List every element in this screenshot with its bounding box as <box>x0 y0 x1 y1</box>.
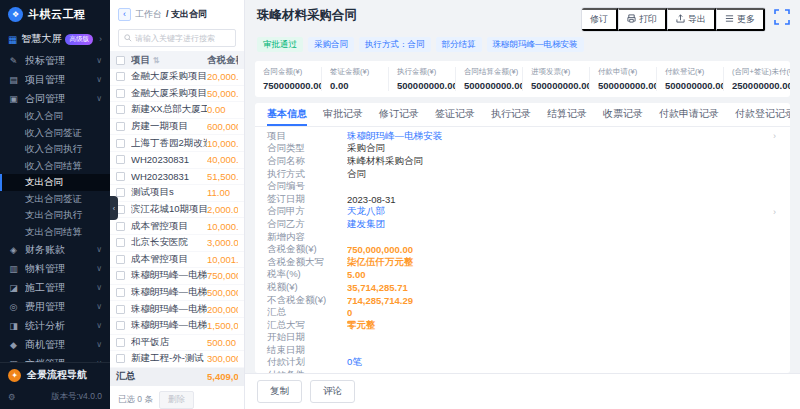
fullscreen-icon[interactable] <box>774 9 790 25</box>
table-row[interactable]: 珠穆朗玛峰—电梯...1,500,000 <box>110 318 244 335</box>
stat-value: 500000000.00 <box>531 80 581 91</box>
footer-button-评论[interactable]: 评论 <box>310 380 355 403</box>
table-row[interactable]: 和平饭店500.00 <box>110 335 244 352</box>
row-amount: 1,500,000 <box>207 320 238 331</box>
field-label: 含税金额(¥) <box>267 243 347 256</box>
sidebar-item-dashboard[interactable]: ▦ 智慧大屏 高级版 › <box>0 27 110 51</box>
footer-button-复制[interactable]: 复制 <box>257 380 302 403</box>
chevron-right-icon[interactable]: › <box>773 131 776 141</box>
row-checkbox[interactable] <box>116 139 125 148</box>
tab-结算记录[interactable]: 结算记录 <box>547 103 587 126</box>
summary-row: 汇总 5,409,079, <box>110 368 244 386</box>
table-row[interactable]: 金融大厦采购项目20,000.00 <box>110 69 244 86</box>
table-row[interactable]: 上海丁香园2期改造...10,000.00 <box>110 135 244 152</box>
action-button-修订[interactable]: 修订 <box>582 8 618 31</box>
sidebar-item[interactable]: ▧文档管理∨ <box>0 354 110 362</box>
row-checkbox[interactable] <box>116 188 125 197</box>
row-checkbox[interactable] <box>116 122 125 131</box>
sidebar-item[interactable]: ◎费用管理∨ <box>0 297 110 316</box>
sidebar-item[interactable]: ◪施工管理∨ <box>0 278 110 297</box>
table-row[interactable]: 房建一期项目600,000.0 <box>110 119 244 136</box>
tab-基本信息[interactable]: 基本信息 <box>267 103 307 126</box>
row-checkbox[interactable] <box>116 72 125 81</box>
sidebar-subitem[interactable]: 收入合同签证 <box>0 125 110 142</box>
table-row[interactable]: 成本管控项目10,000.00 <box>110 218 244 235</box>
back-button[interactable]: ‹ <box>118 8 131 21</box>
row-checkbox[interactable] <box>116 321 125 330</box>
tab-付款登记记录[interactable]: 付款登记记录 <box>735 103 790 126</box>
field-value[interactable]: 0笔 <box>347 356 778 369</box>
stat-label: 执行金额(¥) <box>397 67 447 77</box>
table-row[interactable]: 滨江花城10期项目-...2,000.00 <box>110 202 244 219</box>
breadcrumb-root[interactable]: 工作台 <box>135 8 162 21</box>
sort-icon[interactable]: ⇅ <box>153 56 160 65</box>
sidebar-subitem[interactable]: 支出合同执行 <box>0 207 110 224</box>
settings-gear-icon[interactable]: ⚙ <box>8 392 16 402</box>
row-checkbox[interactable] <box>116 172 125 181</box>
sidebar-item[interactable]: ◨统计分析∨ <box>0 316 110 335</box>
tab-审批记录[interactable]: 审批记录 <box>323 103 363 126</box>
sidebar-item-label: 项目管理 <box>25 73 90 87</box>
search-input[interactable]: 请输入关键字进行搜索 <box>118 29 236 47</box>
field-value[interactable]: 建发集团 <box>347 218 778 231</box>
sidebar-subitem[interactable]: 收入合同 <box>0 108 110 125</box>
action-button-更多[interactable]: 更多 <box>716 8 765 31</box>
tab-签证记录[interactable]: 签证记录 <box>435 103 475 126</box>
column-project[interactable]: 项目 ⇅ <box>131 54 207 67</box>
table-row[interactable]: 成本管控项目10,001.00 <box>110 252 244 269</box>
table-row[interactable]: 珠穆朗玛峰—电梯...200,000,0 <box>110 301 244 318</box>
tab-收票记录[interactable]: 收票记录 <box>603 103 643 126</box>
sidebar-item[interactable]: ◆商机管理∨ <box>0 335 110 354</box>
table-row[interactable]: 珠穆朗玛峰—电梯...500,000,0 <box>110 285 244 302</box>
table-row[interactable]: WH2023083140,000.00 <box>110 152 244 169</box>
row-amount: 600,000.0 <box>207 121 238 132</box>
sidebar-subitem[interactable]: 支出合同 <box>0 174 110 191</box>
field-label: 含税金额大写 <box>267 256 347 269</box>
table-row[interactable]: WH2023083151,500.00 <box>110 169 244 186</box>
tab-付款申请记录[interactable]: 付款申请记录 <box>659 103 719 126</box>
row-checkbox[interactable] <box>116 238 125 247</box>
row-checkbox[interactable] <box>116 105 125 114</box>
delete-button[interactable]: 删除 <box>159 391 194 409</box>
action-button-打印[interactable]: 打印 <box>618 8 667 31</box>
action-button-导出[interactable]: 导出 <box>667 8 716 31</box>
sidebar-item-process-navigator[interactable]: ✦ 全景流程导航 <box>0 362 110 387</box>
row-checkbox[interactable] <box>116 338 125 347</box>
row-checkbox[interactable] <box>116 222 125 231</box>
row-project-name: 珠穆朗玛峰—电梯... <box>131 319 207 332</box>
row-checkbox[interactable] <box>116 305 125 314</box>
chevron-right-icon[interactable]: › <box>773 207 776 217</box>
table-row[interactable]: 新建工程-外-测试300,000,0 <box>110 351 244 368</box>
select-all-checkbox[interactable] <box>116 56 125 65</box>
sidebar-item[interactable]: ▥物料管理∨ <box>0 259 110 278</box>
sidebar-collapse-handle[interactable]: ‹ <box>110 196 118 220</box>
tab-执行记录[interactable]: 执行记录 <box>491 103 531 126</box>
row-checkbox[interactable] <box>116 255 125 264</box>
row-checkbox[interactable] <box>116 288 125 297</box>
header-actions: 修订打印导出更多 <box>581 7 766 32</box>
sidebar: ❖ 斗栱云工程 ▦ 智慧大屏 高级版 › ✎投标管理∨▤项目管理∨▣合同管理∨收… <box>0 0 110 409</box>
tab-修订记录[interactable]: 修订记录 <box>379 103 419 126</box>
sidebar-item[interactable]: ◈财务账款∨ <box>0 240 110 259</box>
table-row[interactable]: 北京长安医院3,000.00 <box>110 235 244 252</box>
row-checkbox[interactable] <box>116 155 125 164</box>
sidebar-subitem[interactable]: 支出合同结算 <box>0 224 110 241</box>
field-value[interactable]: 珠穆朗玛峰—电梯安装 <box>347 130 778 143</box>
sidebar-subitem[interactable]: 收入合同结算 <box>0 158 110 175</box>
table-row[interactable]: 测试项目s11.00 <box>110 185 244 202</box>
sidebar-item[interactable]: ▣合同管理∨ <box>0 89 110 108</box>
field-value[interactable]: 天龙八部 <box>347 205 778 218</box>
sidebar-subitem[interactable]: 收入合同执行 <box>0 141 110 158</box>
sidebar-subitem[interactable]: 支出合同签证 <box>0 191 110 208</box>
table-row[interactable]: 珠穆朗玛峰—电梯...750,000,0 <box>110 268 244 285</box>
field-value: 0 <box>347 307 778 318</box>
sidebar-item[interactable]: ✎投标管理∨ <box>0 51 110 70</box>
row-checkbox[interactable] <box>116 89 125 98</box>
sidebar-item[interactable]: ▤项目管理∨ <box>0 70 110 89</box>
row-checkbox[interactable] <box>116 271 125 280</box>
export-icon <box>676 14 685 25</box>
row-checkbox[interactable] <box>116 354 125 363</box>
table-row[interactable]: 金融大厦采购项目50,000.00 <box>110 86 244 103</box>
table-row[interactable]: 新建XX总部大厦工...0.00 <box>110 102 244 119</box>
field-label: 合同乙方 <box>267 218 347 231</box>
